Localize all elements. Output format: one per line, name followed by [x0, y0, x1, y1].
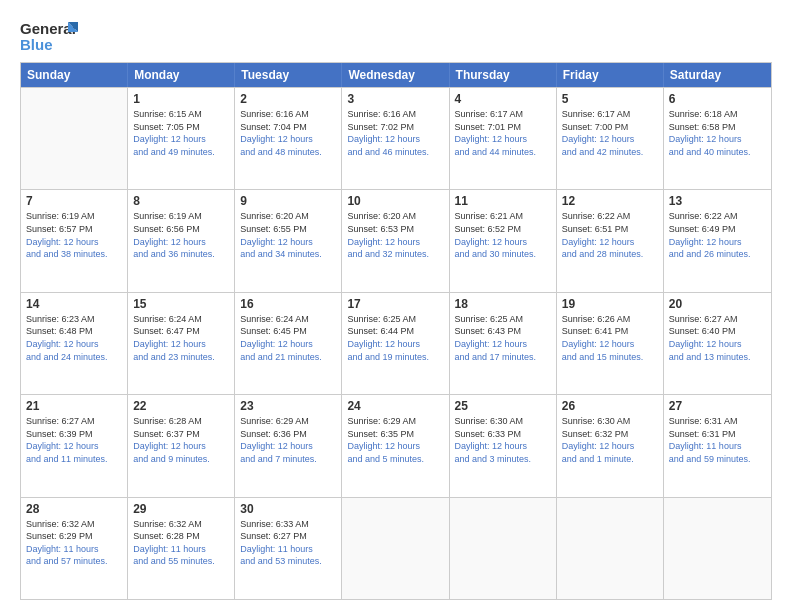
cell-info: Sunrise: 6:26 AMSunset: 6:41 PMDaylight:… [562, 313, 658, 363]
daylight-text-2: and and 7 minutes. [240, 453, 336, 466]
sunset-text: Sunset: 7:04 PM [240, 121, 336, 134]
day-number: 5 [562, 92, 658, 106]
sunset-text: Sunset: 6:53 PM [347, 223, 443, 236]
daylight-text-2: and and 3 minutes. [455, 453, 551, 466]
cell-info: Sunrise: 6:30 AMSunset: 6:32 PMDaylight:… [562, 415, 658, 465]
cell-info: Sunrise: 6:21 AMSunset: 6:52 PMDaylight:… [455, 210, 551, 260]
cell-info: Sunrise: 6:16 AMSunset: 7:04 PMDaylight:… [240, 108, 336, 158]
cell-info: Sunrise: 6:32 AMSunset: 6:28 PMDaylight:… [133, 518, 229, 568]
daylight-text: Daylight: 12 hours [562, 440, 658, 453]
day-number: 4 [455, 92, 551, 106]
cell-info: Sunrise: 6:22 AMSunset: 6:49 PMDaylight:… [669, 210, 766, 260]
sunset-text: Sunset: 6:48 PM [26, 325, 122, 338]
cell-info: Sunrise: 6:30 AMSunset: 6:33 PMDaylight:… [455, 415, 551, 465]
sunset-text: Sunset: 6:55 PM [240, 223, 336, 236]
cal-cell: 6Sunrise: 6:18 AMSunset: 6:58 PMDaylight… [664, 88, 771, 189]
day-number: 28 [26, 502, 122, 516]
calendar: SundayMondayTuesdayWednesdayThursdayFrid… [20, 62, 772, 600]
sunset-text: Sunset: 6:27 PM [240, 530, 336, 543]
sunrise-text: Sunrise: 6:30 AM [455, 415, 551, 428]
cal-cell: 11Sunrise: 6:21 AMSunset: 6:52 PMDayligh… [450, 190, 557, 291]
sunset-text: Sunset: 6:43 PM [455, 325, 551, 338]
cal-cell: 22Sunrise: 6:28 AMSunset: 6:37 PMDayligh… [128, 395, 235, 496]
cal-cell: 14Sunrise: 6:23 AMSunset: 6:48 PMDayligh… [21, 293, 128, 394]
week-row-4: 21Sunrise: 6:27 AMSunset: 6:39 PMDayligh… [21, 394, 771, 496]
cell-info: Sunrise: 6:33 AMSunset: 6:27 PMDaylight:… [240, 518, 336, 568]
daylight-text-2: and and 57 minutes. [26, 555, 122, 568]
sunrise-text: Sunrise: 6:26 AM [562, 313, 658, 326]
day-number: 24 [347, 399, 443, 413]
day-number: 21 [26, 399, 122, 413]
daylight-text: Daylight: 12 hours [240, 236, 336, 249]
daylight-text-2: and and 42 minutes. [562, 146, 658, 159]
day-number: 17 [347, 297, 443, 311]
logo-svg: GeneralBlue [20, 18, 80, 54]
sunrise-text: Sunrise: 6:15 AM [133, 108, 229, 121]
logo: GeneralBlue [20, 18, 80, 54]
cell-info: Sunrise: 6:16 AMSunset: 7:02 PMDaylight:… [347, 108, 443, 158]
sunset-text: Sunset: 6:52 PM [455, 223, 551, 236]
sunrise-text: Sunrise: 6:22 AM [562, 210, 658, 223]
daylight-text: Daylight: 12 hours [455, 236, 551, 249]
sunrise-text: Sunrise: 6:32 AM [26, 518, 122, 531]
day-number: 9 [240, 194, 336, 208]
cell-info: Sunrise: 6:22 AMSunset: 6:51 PMDaylight:… [562, 210, 658, 260]
daylight-text-2: and and 13 minutes. [669, 351, 766, 364]
day-number: 15 [133, 297, 229, 311]
daylight-text-2: and and 32 minutes. [347, 248, 443, 261]
cal-cell: 5Sunrise: 6:17 AMSunset: 7:00 PMDaylight… [557, 88, 664, 189]
daylight-text: Daylight: 12 hours [133, 133, 229, 146]
daylight-text: Daylight: 12 hours [455, 133, 551, 146]
daylight-text: Daylight: 11 hours [669, 440, 766, 453]
daylight-text-2: and and 49 minutes. [133, 146, 229, 159]
daylight-text-2: and and 11 minutes. [26, 453, 122, 466]
day-number: 23 [240, 399, 336, 413]
sunset-text: Sunset: 6:41 PM [562, 325, 658, 338]
cal-cell: 15Sunrise: 6:24 AMSunset: 6:47 PMDayligh… [128, 293, 235, 394]
sunrise-text: Sunrise: 6:20 AM [347, 210, 443, 223]
cell-info: Sunrise: 6:29 AMSunset: 6:35 PMDaylight:… [347, 415, 443, 465]
daylight-text-2: and and 30 minutes. [455, 248, 551, 261]
daylight-text: Daylight: 12 hours [347, 133, 443, 146]
daylight-text-2: and and 53 minutes. [240, 555, 336, 568]
sunrise-text: Sunrise: 6:32 AM [133, 518, 229, 531]
cell-info: Sunrise: 6:17 AMSunset: 7:01 PMDaylight:… [455, 108, 551, 158]
cal-cell: 7Sunrise: 6:19 AMSunset: 6:57 PMDaylight… [21, 190, 128, 291]
day-number: 19 [562, 297, 658, 311]
daylight-text-2: and and 34 minutes. [240, 248, 336, 261]
cal-cell: 12Sunrise: 6:22 AMSunset: 6:51 PMDayligh… [557, 190, 664, 291]
daylight-text: Daylight: 12 hours [347, 338, 443, 351]
cell-info: Sunrise: 6:24 AMSunset: 6:47 PMDaylight:… [133, 313, 229, 363]
cal-cell: 27Sunrise: 6:31 AMSunset: 6:31 PMDayligh… [664, 395, 771, 496]
cal-cell: 19Sunrise: 6:26 AMSunset: 6:41 PMDayligh… [557, 293, 664, 394]
cell-info: Sunrise: 6:19 AMSunset: 6:57 PMDaylight:… [26, 210, 122, 260]
daylight-text-2: and and 26 minutes. [669, 248, 766, 261]
sunset-text: Sunset: 6:47 PM [133, 325, 229, 338]
daylight-text: Daylight: 12 hours [562, 133, 658, 146]
daylight-text: Daylight: 12 hours [562, 338, 658, 351]
daylight-text: Daylight: 11 hours [26, 543, 122, 556]
cal-cell: 2Sunrise: 6:16 AMSunset: 7:04 PMDaylight… [235, 88, 342, 189]
daylight-text-2: and and 40 minutes. [669, 146, 766, 159]
cell-info: Sunrise: 6:17 AMSunset: 7:00 PMDaylight:… [562, 108, 658, 158]
header-cell-wednesday: Wednesday [342, 63, 449, 87]
cal-cell: 1Sunrise: 6:15 AMSunset: 7:05 PMDaylight… [128, 88, 235, 189]
cell-info: Sunrise: 6:24 AMSunset: 6:45 PMDaylight:… [240, 313, 336, 363]
sunrise-text: Sunrise: 6:33 AM [240, 518, 336, 531]
daylight-text-2: and and 46 minutes. [347, 146, 443, 159]
day-number: 16 [240, 297, 336, 311]
cell-info: Sunrise: 6:28 AMSunset: 6:37 PMDaylight:… [133, 415, 229, 465]
sunrise-text: Sunrise: 6:19 AM [26, 210, 122, 223]
daylight-text-2: and and 38 minutes. [26, 248, 122, 261]
header-cell-tuesday: Tuesday [235, 63, 342, 87]
sunrise-text: Sunrise: 6:17 AM [455, 108, 551, 121]
cal-cell [450, 498, 557, 599]
cal-cell: 28Sunrise: 6:32 AMSunset: 6:29 PMDayligh… [21, 498, 128, 599]
cell-info: Sunrise: 6:23 AMSunset: 6:48 PMDaylight:… [26, 313, 122, 363]
sunset-text: Sunset: 6:49 PM [669, 223, 766, 236]
cal-cell: 18Sunrise: 6:25 AMSunset: 6:43 PMDayligh… [450, 293, 557, 394]
day-number: 18 [455, 297, 551, 311]
sunset-text: Sunset: 6:57 PM [26, 223, 122, 236]
calendar-header: SundayMondayTuesdayWednesdayThursdayFrid… [21, 63, 771, 87]
cal-cell: 21Sunrise: 6:27 AMSunset: 6:39 PMDayligh… [21, 395, 128, 496]
